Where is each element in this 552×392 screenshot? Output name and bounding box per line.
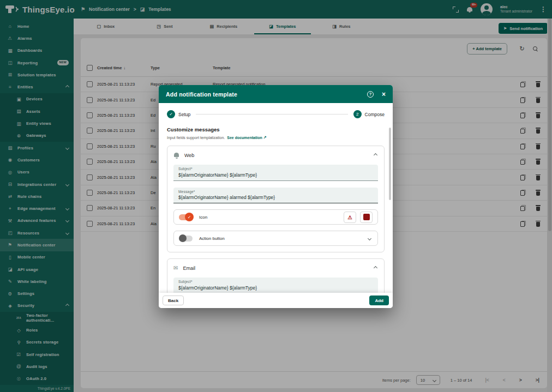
templatization-hint: Input fields support templatization. See… — [167, 135, 385, 140]
web-section-header[interactable]: Web — [173, 150, 378, 160]
collapse-icon — [374, 266, 377, 270]
email-section-title: Email — [183, 266, 195, 271]
help-icon[interactable]: ? — [367, 91, 374, 98]
web-subject-field[interactable]: Subject* ${alarmOriginatorName} ${alarmT… — [173, 165, 378, 181]
dialog-header: Add notification template ? × — [159, 85, 393, 103]
toggle-check-icon: ✓ — [185, 213, 194, 221]
dialog-footer: Back Add — [159, 293, 393, 308]
step1-label[interactable]: Setup — [178, 112, 190, 117]
web-section-title: Web — [184, 153, 194, 158]
web-notification-icon — [173, 152, 179, 158]
add-notification-template-dialog: Add notification template ? × ✓ Setup 2 … — [159, 85, 393, 308]
web-subject-label: Subject* — [178, 167, 373, 171]
dialog-body: ✓ Setup 2 Compose Customize messages Inp… — [159, 103, 393, 293]
stepper: ✓ Setup 2 Compose — [167, 110, 385, 118]
web-section: Web Subject* ${alarmOriginatorName} ${al… — [167, 146, 385, 252]
email-subject-field[interactable]: Subject* ${alarmOriginatorName} ${alarmT… — [173, 278, 378, 293]
stepper-connector — [196, 114, 347, 114]
icon-row: ✓ Icon ⚠ — [173, 209, 378, 225]
email-icon: ✉ — [173, 265, 178, 271]
email-section-header[interactable]: ✉ Email — [173, 263, 378, 273]
web-message-label: Message* — [178, 190, 373, 194]
customize-messages-heading: Customize messages — [167, 126, 385, 132]
see-documentation-link[interactable]: See documentation ↗ — [227, 135, 266, 140]
icon-picker-button[interactable]: ⚠ — [344, 212, 356, 223]
icon-color-button[interactable] — [360, 212, 373, 223]
expand-icon — [368, 236, 371, 240]
step1-check-icon: ✓ — [167, 110, 175, 118]
warning-icon: ⚠ — [347, 214, 352, 220]
web-message-field[interactable]: Message* ${alarmOriginatorName} alarmed … — [173, 188, 378, 204]
collapse-icon — [374, 153, 377, 157]
color-swatch — [363, 214, 370, 220]
dialog-title: Add notification template — [166, 91, 237, 98]
icon-toggle-label: Icon — [199, 215, 207, 220]
action-button-row[interactable]: Action button — [173, 231, 378, 246]
web-subject-value: ${alarmOriginatorName} ${alarmType} — [178, 172, 373, 178]
action-button-toggle[interactable] — [179, 236, 193, 242]
external-link-icon: ↗ — [263, 135, 267, 140]
close-icon[interactable]: × — [382, 91, 386, 98]
step2-label[interactable]: Compose — [365, 112, 385, 117]
action-button-label: Action button — [199, 236, 225, 241]
dialog-scrollbar[interactable] — [389, 128, 391, 200]
icon-toggle[interactable]: ✓ — [179, 214, 193, 220]
email-subject-value: ${alarmOriginatorName} ${alarmType} — [178, 285, 373, 291]
email-subject-label: Subject* — [178, 280, 373, 284]
email-section: ✉ Email Subject* ${alarmOriginatorName} … — [167, 258, 385, 293]
add-button[interactable]: Add — [369, 295, 389, 305]
web-message-value: ${alarmOriginatorName} alarmed ${alarmTy… — [178, 195, 373, 200]
step2-number: 2 — [353, 110, 362, 118]
back-button[interactable]: Back — [163, 295, 184, 305]
